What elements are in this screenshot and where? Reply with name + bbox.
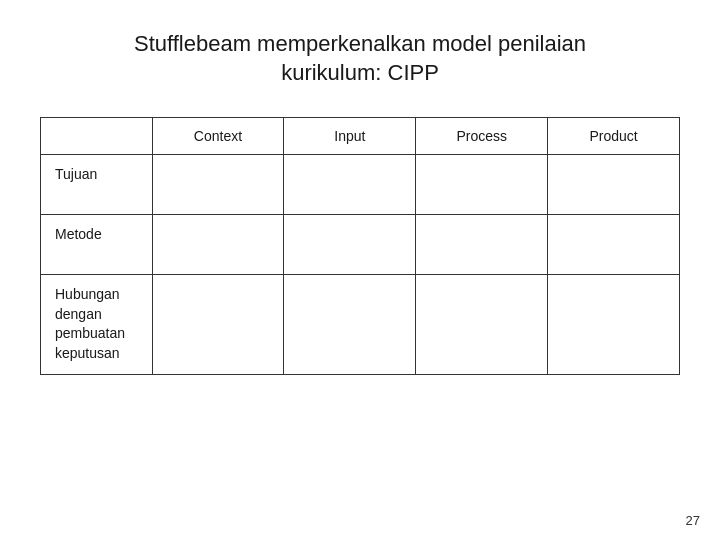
header-product: Product xyxy=(548,118,680,155)
cell-tujuan-input xyxy=(284,155,416,215)
cell-metode-input xyxy=(284,215,416,275)
title-line1: Stufflebeam memperkenalkan model penilai… xyxy=(134,31,586,56)
cell-tujuan-context xyxy=(152,155,284,215)
cell-metode-process xyxy=(416,215,548,275)
cipp-table: Context Input Process Product Tujuan Met… xyxy=(40,117,680,374)
cell-hubungan-product xyxy=(548,275,680,374)
table-header-row: Context Input Process Product xyxy=(41,118,680,155)
row-label-tujuan: Tujuan xyxy=(41,155,153,215)
row-label-metode: Metode xyxy=(41,215,153,275)
cell-hubungan-context xyxy=(152,275,284,374)
header-context: Context xyxy=(152,118,284,155)
cell-hubungan-process xyxy=(416,275,548,374)
cell-tujuan-product xyxy=(548,155,680,215)
cell-hubungan-input xyxy=(284,275,416,374)
table-row: Hubungan dengan pembuatan keputusan xyxy=(41,275,680,374)
cell-tujuan-process xyxy=(416,155,548,215)
table-row: Metode xyxy=(41,215,680,275)
page-title: Stufflebeam memperkenalkan model penilai… xyxy=(134,30,586,87)
cell-metode-context xyxy=(152,215,284,275)
header-input: Input xyxy=(284,118,416,155)
table-row: Tujuan xyxy=(41,155,680,215)
title-line2: kurikulum: CIPP xyxy=(281,60,439,85)
page-container: Stufflebeam memperkenalkan model penilai… xyxy=(0,0,720,540)
header-empty xyxy=(41,118,153,155)
page-number: 27 xyxy=(686,513,700,528)
cell-metode-product xyxy=(548,215,680,275)
row-label-hubungan: Hubungan dengan pembuatan keputusan xyxy=(41,275,153,374)
header-process: Process xyxy=(416,118,548,155)
table-wrapper: Context Input Process Product Tujuan Met… xyxy=(40,117,680,374)
